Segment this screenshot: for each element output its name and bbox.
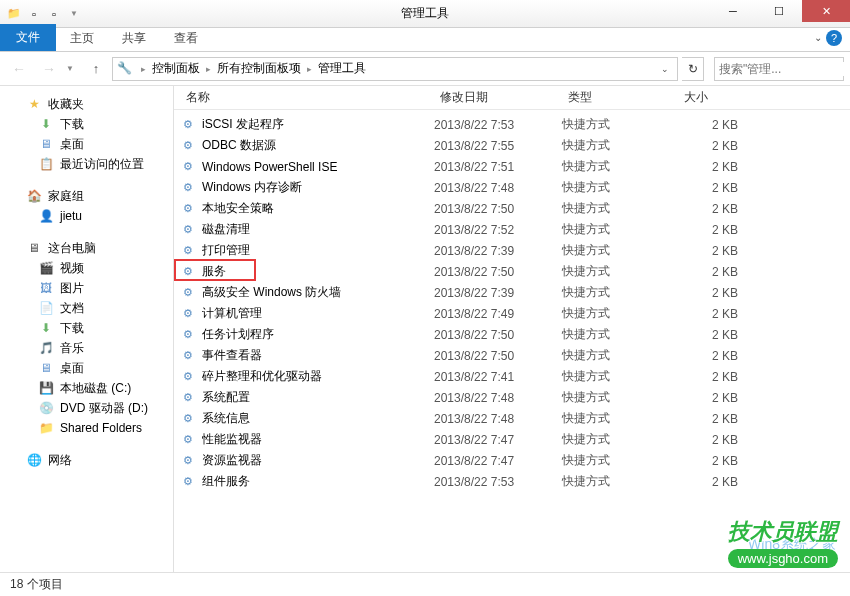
shortcut-icon: ⚙ [180,138,196,154]
crumb-admintools[interactable]: 管理工具 [316,60,368,77]
file-row[interactable]: ⚙组件服务2013/8/22 7:53快捷方式2 KB [174,471,850,492]
sidebar-user[interactable]: 👤jietu [0,206,173,226]
maximize-button[interactable]: ☐ [756,0,802,22]
sidebar-localdisk[interactable]: 💾本地磁盘 (C:) [0,378,173,398]
sidebar-desktop2[interactable]: 🖥桌面 [0,358,173,378]
refresh-button[interactable]: ↻ [682,57,704,81]
file-row[interactable]: ⚙打印管理2013/8/22 7:39快捷方式2 KB [174,240,850,261]
breadcrumb: ▸ 控制面板 ▸ 所有控制面板项 ▸ 管理工具 [137,60,368,77]
file-row[interactable]: ⚙任务计划程序2013/8/22 7:50快捷方式2 KB [174,324,850,345]
file-type: 快捷方式 [562,179,678,196]
column-date[interactable]: 修改日期 [432,86,560,110]
sidebar-thispc[interactable]: 🖥这台电脑 [0,238,173,258]
file-name: Windows PowerShell ISE [202,160,434,174]
file-name: 事件查看器 [202,347,434,364]
file-name: iSCSI 发起程序 [202,116,434,133]
sidebar-network[interactable]: 🌐网络 [0,450,173,470]
address-dropdown-icon[interactable]: ⌄ [657,64,673,74]
file-date: 2013/8/22 7:48 [434,181,562,195]
sidebar-downloads[interactable]: ⬇下载 [0,114,173,134]
file-row[interactable]: ⚙磁盘清理2013/8/22 7:52快捷方式2 KB [174,219,850,240]
sidebar-desktop[interactable]: 🖥桌面 [0,134,173,154]
file-row[interactable]: ⚙本地安全策略2013/8/22 7:50快捷方式2 KB [174,198,850,219]
file-row[interactable]: ⚙高级安全 Windows 防火墙2013/8/22 7:39快捷方式2 KB [174,282,850,303]
file-row[interactable]: ⚙系统信息2013/8/22 7:48快捷方式2 KB [174,408,850,429]
search-input[interactable] [719,62,850,76]
star-icon: ★ [26,96,42,112]
file-row[interactable]: ⚙性能监视器2013/8/22 7:47快捷方式2 KB [174,429,850,450]
search-box[interactable]: 🔍 [714,57,844,81]
file-name: 性能监视器 [202,431,434,448]
network-icon: 🌐 [26,452,42,468]
file-list: ⚙iSCSI 发起程序2013/8/22 7:53快捷方式2 KB⚙ODBC 数… [174,110,850,572]
navigation-bar: ← → ▼ ↑ 🔧 ▸ 控制面板 ▸ 所有控制面板项 ▸ 管理工具 ⌄ ↻ 🔍 [0,52,850,86]
chevron-right-icon[interactable]: ▸ [303,64,316,74]
sidebar-music[interactable]: 🎵音乐 [0,338,173,358]
sidebar-downloads2[interactable]: ⬇下载 [0,318,173,338]
column-size[interactable]: 大小 [676,86,756,110]
file-type: 快捷方式 [562,452,678,469]
qat-dropdown-icon[interactable]: ▼ [66,6,82,22]
file-date: 2013/8/22 7:50 [434,265,562,279]
tab-home[interactable]: 主页 [56,26,108,51]
file-row[interactable]: ⚙资源监视器2013/8/22 7:47快捷方式2 KB [174,450,850,471]
file-row[interactable]: ⚙Windows 内存诊断2013/8/22 7:48快捷方式2 KB [174,177,850,198]
forward-button[interactable]: → [36,56,62,82]
tab-file[interactable]: 文件 [0,24,56,51]
chevron-right-icon[interactable]: ▸ [137,64,150,74]
tab-view[interactable]: 查看 [160,26,212,51]
close-button[interactable]: ✕ [802,0,850,22]
chevron-right-icon[interactable]: ▸ [202,64,215,74]
file-type: 快捷方式 [562,410,678,427]
file-size: 2 KB [678,265,748,279]
up-button[interactable]: ↑ [84,57,108,81]
minimize-button[interactable]: ─ [710,0,756,22]
help-icon[interactable]: ? [826,30,842,46]
sidebar-videos[interactable]: 🎬视频 [0,258,173,278]
file-row[interactable]: ⚙事件查看器2013/8/22 7:50快捷方式2 KB [174,345,850,366]
sidebar-recent[interactable]: 📋最近访问的位置 [0,154,173,174]
file-row[interactable]: ⚙ODBC 数据源2013/8/22 7:55快捷方式2 KB [174,135,850,156]
crumb-allitems[interactable]: 所有控制面板项 [215,60,303,77]
user-icon: 👤 [38,208,54,224]
sidebar-dvd[interactable]: 💿DVD 驱动器 (D:) [0,398,173,418]
ribbon-expand-icon[interactable]: ⌄ [814,32,822,43]
tab-share[interactable]: 共享 [108,26,160,51]
file-size: 2 KB [678,244,748,258]
file-row[interactable]: ⚙Windows PowerShell ISE2013/8/22 7:51快捷方… [174,156,850,177]
file-row[interactable]: ⚙系统配置2013/8/22 7:48快捷方式2 KB [174,387,850,408]
file-row[interactable]: ⚙计算机管理2013/8/22 7:49快捷方式2 KB [174,303,850,324]
shortcut-icon: ⚙ [180,474,196,490]
file-name: ODBC 数据源 [202,137,434,154]
file-row[interactable]: ⚙服务2013/8/22 7:50快捷方式2 KB [174,261,850,282]
file-name: 打印管理 [202,242,434,259]
crumb-controlpanel[interactable]: 控制面板 [150,60,202,77]
file-date: 2013/8/22 7:39 [434,286,562,300]
sidebar-documents[interactable]: 📄文档 [0,298,173,318]
file-type: 快捷方式 [562,347,678,364]
file-row[interactable]: ⚙碎片整理和优化驱动器2013/8/22 7:41快捷方式2 KB [174,366,850,387]
shortcut-icon: ⚙ [180,180,196,196]
column-type[interactable]: 类型 [560,86,676,110]
sidebar-homegroup[interactable]: 🏠家庭组 [0,186,173,206]
disk-icon: 💾 [38,380,54,396]
homegroup-icon: 🏠 [26,188,42,204]
sidebar-pictures[interactable]: 🖼图片 [0,278,173,298]
file-type: 快捷方式 [562,158,678,175]
shortcut-icon: ⚙ [180,264,196,280]
qat-properties-icon[interactable]: ▫ [26,6,42,22]
file-date: 2013/8/22 7:39 [434,244,562,258]
sidebar-favorites[interactable]: ★收藏夹 [0,94,173,114]
address-bar[interactable]: 🔧 ▸ 控制面板 ▸ 所有控制面板项 ▸ 管理工具 ⌄ [112,57,678,81]
shortcut-icon: ⚙ [180,243,196,259]
history-dropdown-icon[interactable]: ▼ [66,64,80,73]
column-name[interactable]: 名称 [178,86,432,110]
back-button[interactable]: ← [6,56,32,82]
file-name: 任务计划程序 [202,326,434,343]
sidebar-shared[interactable]: 📁Shared Folders [0,418,173,438]
file-type: 快捷方式 [562,263,678,280]
file-row[interactable]: ⚙iSCSI 发起程序2013/8/22 7:53快捷方式2 KB [174,114,850,135]
qat-newfolder-icon[interactable]: ▫ [46,6,62,22]
file-type: 快捷方式 [562,305,678,322]
file-type: 快捷方式 [562,431,678,448]
